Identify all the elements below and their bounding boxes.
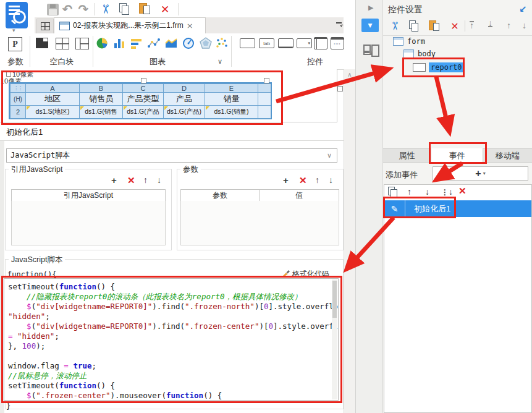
event-type-select[interactable]: JavaScript脚本 ∨ xyxy=(6,148,337,163)
param-movedown-button[interactable]: ↓ xyxy=(329,175,333,185)
event-copy-button[interactable] xyxy=(388,187,398,198)
edit-event-cell[interactable]: ✎ xyxy=(384,200,405,217)
grid-corner-cell[interactable]: ⋮⋮ xyxy=(10,83,26,93)
widget-settings-tab-button[interactable]: ▼ xyxy=(361,19,379,32)
event-movedown-button[interactable]: ↓ xyxy=(425,187,429,197)
ref-js-add-button[interactable]: + xyxy=(111,175,117,185)
widget-textarea-button[interactable] xyxy=(278,38,293,48)
selection-handle-2[interactable] xyxy=(264,78,269,83)
blank-block-report-button[interactable] xyxy=(36,38,48,48)
tree-item-body[interactable]: body xyxy=(403,49,436,58)
scrollbar-up-button[interactable]: ∧ xyxy=(344,69,355,79)
code-scrollbar-thumb[interactable] xyxy=(332,281,337,318)
selection-handle-1[interactable] xyxy=(141,78,146,83)
blank-block-chart-button[interactable] xyxy=(56,38,69,49)
grid-cell-c1[interactable]: 产品类型 xyxy=(122,92,164,106)
new-template-button[interactable] xyxy=(36,19,54,34)
blank-block-widget-button[interactable] xyxy=(75,38,89,49)
widget-label-button[interactable]: lab xyxy=(259,38,274,48)
main-scrollbar[interactable]: ∧ xyxy=(344,69,355,413)
ref-js-remove-button[interactable]: ✕ xyxy=(127,175,135,186)
event-sort-button[interactable]: ⋮↓ xyxy=(441,187,453,197)
grid-cell-e2[interactable]: ds1.G(销量) xyxy=(205,105,258,119)
grid-col-header-extra[interactable] xyxy=(258,83,271,93)
move-to-top-button[interactable]: ↑ xyxy=(470,21,474,28)
area-chart-icon[interactable] xyxy=(164,36,178,50)
tree-expander-icon[interactable]: ▼ xyxy=(368,49,373,56)
grid-cell-d1[interactable]: 产品 xyxy=(163,92,205,106)
ref-js-moveup-button[interactable]: ↑ xyxy=(143,175,148,185)
widget-combobox-button[interactable]: ▾ xyxy=(297,38,312,48)
tab-properties[interactable]: 属性 xyxy=(383,148,431,163)
grid-cell-extra1[interactable] xyxy=(258,92,271,106)
tree-item-report0[interactable]: report0 xyxy=(413,62,464,72)
expand-toolbar-icon[interactable] xyxy=(336,20,344,29)
param-table-body[interactable] xyxy=(180,201,339,245)
tab-mobile[interactable]: 移动端 xyxy=(483,148,532,163)
scatter-chart-icon[interactable] xyxy=(215,36,229,50)
param-add-button[interactable]: + xyxy=(283,175,289,185)
bar-chart-icon[interactable] xyxy=(112,36,126,50)
hbar-chart-icon[interactable] xyxy=(130,36,143,50)
panel-delete-button[interactable]: ✕ xyxy=(447,19,462,33)
panel-cut-button[interactable]: ✂ xyxy=(388,19,403,33)
copy-button[interactable] xyxy=(119,3,130,15)
event-moveup-button[interactable]: ↑ xyxy=(407,187,412,197)
delete-button[interactable]: ✕ xyxy=(158,2,172,17)
event-delete-button[interactable]: ✕ xyxy=(458,185,467,197)
event-row-selected[interactable]: ✎ 初始化后1 xyxy=(384,200,531,217)
grid-cell-b2[interactable]: ds1.G(销售 xyxy=(79,105,123,119)
tab-events[interactable]: 事件 xyxy=(431,148,483,163)
panel-paste-button[interactable] xyxy=(429,20,440,32)
grid-cell-e1[interactable]: 销量 xyxy=(205,92,258,106)
move-down-button[interactable]: ↓ xyxy=(522,20,526,30)
ref-js-movedown-button[interactable]: ↓ xyxy=(157,175,161,185)
gauge-chart-icon[interactable] xyxy=(182,36,195,50)
grid-cell-a1[interactable]: 地区 xyxy=(25,92,80,106)
widget-text-button[interactable] xyxy=(240,38,255,48)
move-to-bottom-button[interactable]: ↓ xyxy=(488,20,492,27)
grid-cell-b1[interactable]: 销售员 xyxy=(79,92,123,106)
redo-button[interactable]: ↷ xyxy=(76,1,91,17)
line-chart-icon[interactable] xyxy=(147,36,161,50)
move-up-button[interactable]: ↑ xyxy=(507,20,511,30)
grid-cell-a2[interactable]: ds1.S(地区) xyxy=(25,105,80,119)
grid-col-header-a[interactable]: A xyxy=(25,83,80,93)
cut-button[interactable]: ✂ xyxy=(98,1,114,17)
parameter-pane-button[interactable]: P xyxy=(8,37,22,51)
logo-dropdown-icon[interactable]: ▾ xyxy=(12,27,15,33)
undo-button[interactable]: ↶ xyxy=(60,1,75,17)
code-editor[interactable]: setTimeout(function() { //隐藏报表块report0的滚… xyxy=(4,278,339,401)
grid-col-header-c[interactable]: C xyxy=(122,83,164,93)
tree-item-form[interactable]: form xyxy=(393,37,425,46)
radar-chart-icon[interactable] xyxy=(199,36,213,50)
code-scrollbar[interactable] xyxy=(332,279,337,399)
app-logo[interactable] xyxy=(6,2,28,28)
paste-button[interactable] xyxy=(139,2,150,15)
grid-col-header-e[interactable]: E xyxy=(205,83,258,93)
add-event-button[interactable]: + ▾ xyxy=(433,166,528,181)
grid-cell-c2[interactable]: ds1.G(产品 xyxy=(122,105,164,119)
widget-form-button[interactable] xyxy=(314,37,327,49)
save-button[interactable] xyxy=(47,4,59,15)
grid-cell-d2[interactable]: ds1.G(产品) xyxy=(163,105,205,119)
selection-handle-3[interactable] xyxy=(337,86,343,92)
panel-copy-button[interactable] xyxy=(409,20,419,32)
close-tab-icon[interactable]: × xyxy=(187,21,193,30)
param-remove-button[interactable]: ✕ xyxy=(299,175,307,186)
report-block[interactable]: ⋮⋮ A B C D E (H) 地区 销售员 产品类型 产品 销量 2 ds1… xyxy=(9,82,272,119)
param-moveup-button[interactable]: ↑ xyxy=(315,175,319,185)
ref-js-table-body[interactable] xyxy=(11,201,166,245)
grid-col-header-d[interactable]: D xyxy=(163,83,205,93)
pie-chart-icon[interactable] xyxy=(95,36,109,50)
collapse-panel-icon[interactable]: ▶ xyxy=(368,4,373,12)
grid-row-header-1[interactable]: (H) xyxy=(10,92,26,106)
panel-corner-arrow-icon[interactable]: ↙ xyxy=(519,4,527,15)
grid-col-header-b[interactable]: B xyxy=(79,83,123,93)
grid-cell-extra2[interactable] xyxy=(258,105,271,119)
select-chevron-icon[interactable]: ∨ xyxy=(327,151,332,160)
grid-row-header-2[interactable]: 2 xyxy=(10,105,26,119)
chart-more-icon[interactable]: ∨ xyxy=(217,57,222,66)
document-tab[interactable]: 02-报表块实现跑...果-示例二1.frm × xyxy=(54,17,206,33)
widget-date-button[interactable]: ∷∷ xyxy=(331,37,344,49)
